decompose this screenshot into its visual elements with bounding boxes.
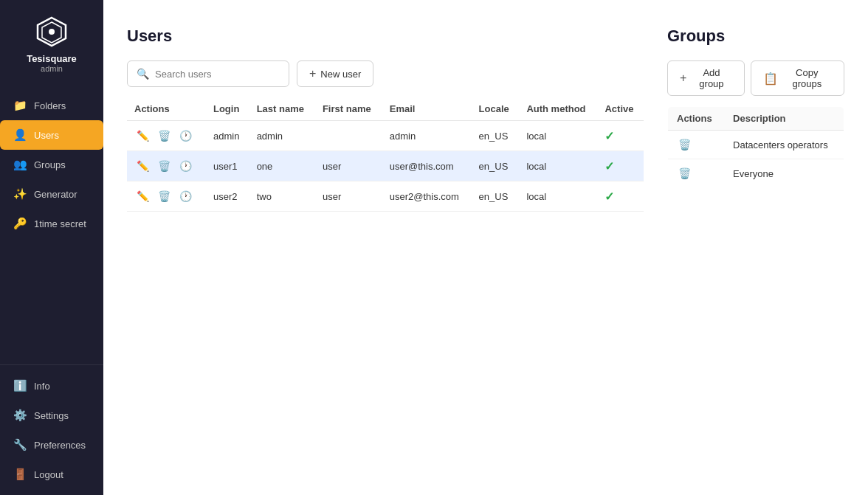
delete-button[interactable]: 🗑️ xyxy=(156,128,173,144)
folder-icon: 📁 xyxy=(13,99,27,112)
add-group-button[interactable]: + Add group xyxy=(667,60,745,96)
delete-button[interactable]: 🗑️ xyxy=(156,188,173,204)
groups-title: Groups xyxy=(667,27,844,46)
preferences-icon: 🔧 xyxy=(13,438,27,451)
group-row-actions: 🗑️ xyxy=(668,131,725,159)
row-email: user@this.com xyxy=(382,151,472,181)
row-login: user1 xyxy=(206,151,249,181)
group-table-row: 🗑️ Everyone xyxy=(668,159,844,188)
row-active: ✓ xyxy=(597,121,644,151)
row-last-name: two xyxy=(249,181,315,212)
sidebar-item-logout[interactable]: 🚪 Logout xyxy=(0,460,103,489)
col-auth-method: Auth method xyxy=(519,97,597,121)
row-locale: en_US xyxy=(472,151,520,181)
row-last-name: admin xyxy=(249,121,315,151)
sidebar-item-folders[interactable]: 📁 Folders xyxy=(0,91,103,120)
col-first-name: First name xyxy=(315,97,382,121)
sidebar-bottom: ℹ️ Info ⚙️ Settings 🔧 Preferences 🚪 Logo… xyxy=(0,364,103,495)
table-row: ✏️ 🗑️ 🕐 user2 two user user2@this.com en… xyxy=(127,181,644,212)
action-icons: ✏️ 🗑️ 🕐 xyxy=(134,188,199,204)
sidebar-item-groups[interactable]: 👥 Groups xyxy=(0,150,103,179)
col-actions: Actions xyxy=(127,97,206,121)
edit-button[interactable]: ✏️ xyxy=(134,128,151,144)
sidebar: Tesisquare admin 📁 Folders 👤 Users 👥 Gro… xyxy=(0,0,103,495)
plus-icon: + xyxy=(309,67,316,80)
settings-icon: ⚙️ xyxy=(13,409,27,422)
groups-section: Groups + Add group 📋 Copy groups Actions… xyxy=(667,27,844,477)
row-first-name xyxy=(315,121,382,151)
new-user-label: New user xyxy=(320,69,361,80)
col-email: Email xyxy=(382,97,472,121)
users-table: Actions Login Last name First name Email… xyxy=(127,97,644,212)
user-icon: 👤 xyxy=(13,128,27,142)
sidebar-item-users[interactable]: 👤 Users xyxy=(0,120,103,150)
search-box[interactable]: 🔍 xyxy=(127,60,289,87)
clock-button[interactable]: 🕐 xyxy=(177,188,194,204)
row-auth-method: local xyxy=(519,121,597,151)
action-icons: ✏️ 🗑️ 🕐 xyxy=(134,128,199,144)
app-logo xyxy=(35,15,69,49)
sidebar-item-preferences-label: Preferences xyxy=(34,440,86,451)
row-first-name: user xyxy=(315,181,382,212)
logout-icon: 🚪 xyxy=(13,468,27,481)
col-last-name: Last name xyxy=(249,97,315,121)
sidebar-nav: 📁 Folders 👤 Users 👥 Groups ✨ Generator 🔑… xyxy=(0,91,103,495)
row-first-name: user xyxy=(315,151,382,181)
add-group-plus-icon: + xyxy=(680,72,686,85)
main-content: Users 🔍 + New user Actions Login Last na… xyxy=(103,0,868,495)
sidebar-item-settings[interactable]: ⚙️ Settings xyxy=(0,401,103,430)
app-name: Tesisquare xyxy=(27,53,77,64)
row-last-name: one xyxy=(249,151,315,181)
search-input[interactable] xyxy=(155,69,280,80)
group-delete-button[interactable]: 🗑️ xyxy=(677,166,692,181)
group-row-description: Everyone xyxy=(724,159,844,188)
sidebar-item-groups-label: Groups xyxy=(34,159,66,170)
clock-button[interactable]: 🕐 xyxy=(177,158,194,174)
sidebar-item-settings-label: Settings xyxy=(34,410,69,421)
group-table-row: 🗑️ Datacenters operators xyxy=(668,131,844,159)
sidebar-item-secret-label: 1time secret xyxy=(34,218,86,229)
row-active: ✓ xyxy=(597,151,644,181)
sidebar-item-1time-secret[interactable]: 🔑 1time secret xyxy=(0,209,103,238)
group-delete-button[interactable]: 🗑️ xyxy=(677,137,692,152)
groups-toolbar: + Add group 📋 Copy groups xyxy=(667,60,844,96)
row-locale: en_US xyxy=(472,181,520,212)
copy-groups-button[interactable]: 📋 Copy groups xyxy=(751,60,844,96)
groups-table-body: 🗑️ Datacenters operators 🗑️ Everyone xyxy=(668,131,844,188)
clock-button[interactable]: 🕐 xyxy=(177,128,194,144)
users-table-header: Actions Login Last name First name Email… xyxy=(127,97,644,121)
row-actions: ✏️ 🗑️ 🕐 xyxy=(127,181,206,212)
app-role: admin xyxy=(41,64,63,73)
row-email: user2@this.com xyxy=(382,181,472,212)
group-col-description: Description xyxy=(724,107,844,131)
row-actions: ✏️ 🗑️ 🕐 xyxy=(127,121,206,151)
sidebar-item-folders-label: Folders xyxy=(34,100,66,111)
copy-groups-label: Copy groups xyxy=(782,67,832,89)
row-auth-method: local xyxy=(519,151,597,181)
edit-button[interactable]: ✏️ xyxy=(134,188,151,204)
group-col-actions: Actions xyxy=(668,107,725,131)
svg-point-2 xyxy=(49,29,55,35)
secret-icon: 🔑 xyxy=(13,217,27,230)
edit-button[interactable]: ✏️ xyxy=(134,158,151,174)
sidebar-item-generator-label: Generator xyxy=(34,189,78,200)
table-row: ✏️ 🗑️ 🕐 user1 one user user@this.com en_… xyxy=(127,151,644,181)
group-row-description: Datacenters operators xyxy=(724,131,844,159)
row-login: user2 xyxy=(206,181,249,212)
info-icon: ℹ️ xyxy=(13,379,27,392)
groups-table: Actions Description 🗑️ Datacenters opera… xyxy=(667,106,844,188)
row-active: ✓ xyxy=(597,181,644,212)
sidebar-item-logout-label: Logout xyxy=(34,469,63,480)
sidebar-item-info[interactable]: ℹ️ Info xyxy=(0,371,103,401)
sidebar-item-generator[interactable]: ✨ Generator xyxy=(0,179,103,209)
active-check-icon: ✓ xyxy=(604,130,614,142)
col-active: Active xyxy=(597,97,644,121)
new-user-button[interactable]: + New user xyxy=(297,60,373,87)
action-icons: ✏️ 🗑️ 🕐 xyxy=(134,158,199,174)
generator-icon: ✨ xyxy=(13,187,27,201)
sidebar-item-preferences[interactable]: 🔧 Preferences xyxy=(0,430,103,460)
row-locale: en_US xyxy=(472,121,520,151)
delete-button[interactable]: 🗑️ xyxy=(156,158,173,174)
col-locale: Locale xyxy=(472,97,520,121)
sidebar-logo: Tesisquare admin xyxy=(0,0,103,85)
